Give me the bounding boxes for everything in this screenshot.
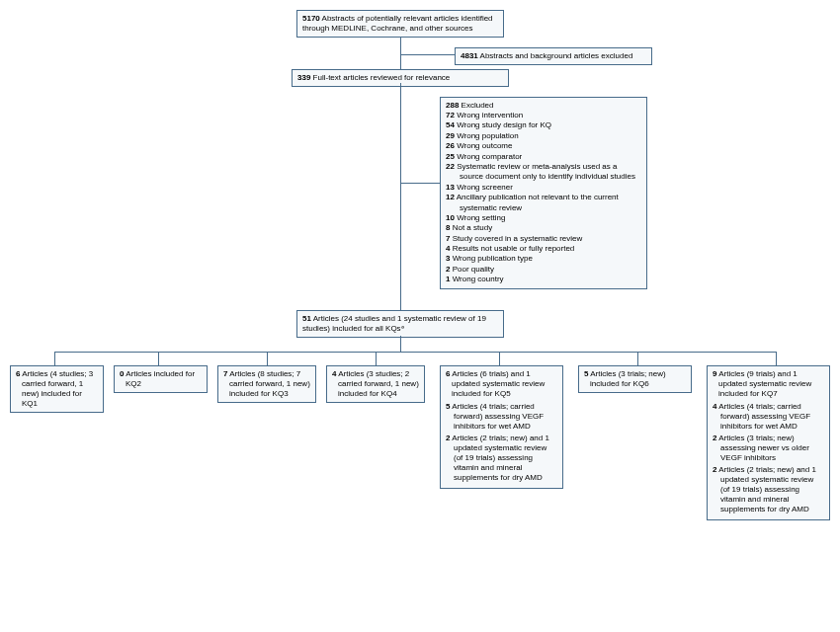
box-kq1: 6 Articles (4 studies; 3 carried forward… xyxy=(10,365,104,413)
excl-header-text: Excluded xyxy=(462,101,494,110)
included-n: 51 xyxy=(302,314,311,323)
box-excluded-reasons: 288 Excluded 72 Wrong intervention 54 Wr… xyxy=(440,97,647,289)
excluded-list: 72 Wrong intervention 54 Wrong study des… xyxy=(446,111,641,285)
box-kq5: 6 Articles (6 trials) and 1 updated syst… xyxy=(440,365,563,489)
box-excluded-bg: 4831 Abstracts and background articles e… xyxy=(455,47,652,65)
abstracts-n: 5170 xyxy=(302,14,320,23)
fulltext-n: 339 xyxy=(297,73,310,82)
abstracts-text: Abstracts of potentially relevant articl… xyxy=(302,14,493,33)
prisma-flowchart: 5170 Abstracts of potentially relevant a… xyxy=(10,10,830,622)
box-included-all: 51 Articles (24 studies and 1 systematic… xyxy=(296,310,504,338)
included-text: Articles (24 studies and 1 systematic re… xyxy=(302,314,486,333)
excl-header-n: 288 xyxy=(446,101,459,110)
excluded-bg-text: Abstracts and background articles exclud… xyxy=(480,51,633,60)
box-kq7: 9 Articles (9 trials) and 1 updated syst… xyxy=(707,365,830,520)
box-kq4: 4 Articles (3 studies; 2 carried forward… xyxy=(326,365,425,403)
excluded-bg-n: 4831 xyxy=(461,51,478,60)
box-abstracts: 5170 Abstracts of potentially relevant a… xyxy=(296,10,504,38)
box-kq3: 7 Articles (8 studies; 7 carried forward… xyxy=(217,365,316,403)
box-kq6: 5 Articles (3 trials; new) included for … xyxy=(578,365,692,393)
box-kq2: 0 Articles included for KQ2 xyxy=(114,365,208,393)
fulltext-text: Full-text articles reviewed for relevanc… xyxy=(313,73,451,82)
